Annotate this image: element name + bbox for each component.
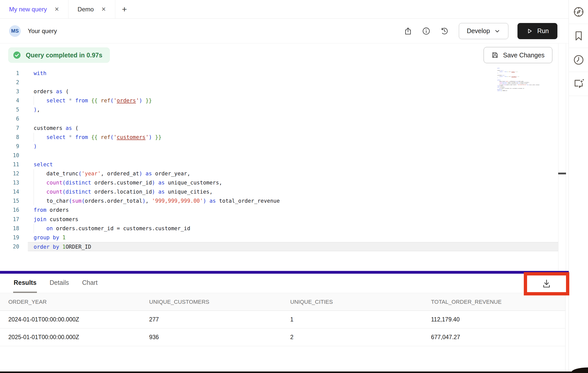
code-lines[interactable]: withorders as ( select * from {{ ref('or… <box>28 69 558 251</box>
results-table: ORDER_YEAR UNIQUE_CUSTOMERS UNIQUE_CITIE… <box>0 293 566 371</box>
tab-label: Demo <box>78 6 94 13</box>
annotation-highlight-box <box>524 272 569 295</box>
save-icon <box>491 52 499 59</box>
close-tab-icon[interactable]: ✕ <box>101 7 106 12</box>
share-icon[interactable] <box>404 27 412 35</box>
sidebar-item-explore[interactable] <box>569 0 588 24</box>
tab-bar: My new query ✕ Demo ✕ + <box>0 0 569 19</box>
query-status-banner: Query completed in 0.97s <box>8 48 110 63</box>
play-icon <box>526 28 533 35</box>
right-sidebar <box>569 0 588 373</box>
tab-chart[interactable]: Chart <box>82 274 98 293</box>
results-tab-bar: Results Details Chart <box>0 274 569 293</box>
table-cell: 112,179.40 <box>423 316 565 323</box>
status-row: Query completed in 0.97s Save Changes <box>0 47 569 64</box>
clock-icon <box>573 54 584 66</box>
minimap[interactable]: withorders as ( select * from {{ ref('or… <box>496 68 529 91</box>
bottom-window-edge <box>0 371 588 373</box>
sidebar-item-history[interactable] <box>569 48 588 72</box>
sidebar-item-ai-assistant[interactable] <box>569 72 588 96</box>
run-label: Run <box>537 27 549 35</box>
history-icon[interactable] <box>440 27 449 35</box>
panel-resize-bar[interactable] <box>0 271 569 274</box>
bookmark-icon <box>573 30 584 42</box>
check-circle-icon <box>13 51 21 59</box>
table-cell: 1 <box>282 316 423 323</box>
tab-label: My new query <box>9 6 47 13</box>
main-panel: My new query ✕ Demo ✕ + MS Your query De… <box>0 0 569 373</box>
column-header[interactable]: TOTAL_ORDER_REVENUE <box>423 299 565 305</box>
editor-scrollbar-handle[interactable] <box>558 173 566 174</box>
table-row[interactable]: 2024-01-01T00:00:00.000Z 277 1 112,179.4… <box>0 311 565 329</box>
gutter: 1234567891011121314151617181920 <box>0 69 19 251</box>
run-button[interactable]: Run <box>517 23 557 39</box>
add-tab-button[interactable]: + <box>115 0 133 18</box>
page-title: Your query <box>28 28 57 35</box>
info-icon[interactable] <box>422 27 431 35</box>
column-header[interactable]: UNIQUE_CITIES <box>282 299 423 305</box>
chat-sparkle-icon <box>573 78 584 90</box>
chevron-down-icon <box>494 28 501 34</box>
tab-results[interactable]: Results <box>13 274 37 293</box>
table-cell: 936 <box>141 334 282 341</box>
avatar: MS <box>9 25 21 37</box>
tab-my-new-query[interactable]: My new query ✕ <box>0 0 69 18</box>
table-cell: 277 <box>141 316 282 323</box>
table-row[interactable]: 2025-01-01T00:00:00.000Z 936 2 677,047.2… <box>0 329 565 346</box>
save-changes-label: Save Changes <box>503 52 545 59</box>
editor-scrollbar-track[interactable] <box>558 43 566 271</box>
sidebar-item-bookmarks[interactable] <box>569 24 588 48</box>
column-header[interactable]: ORDER_YEAR <box>0 299 141 305</box>
query-header: MS Your query Develop Run <box>0 19 569 43</box>
compass-icon <box>573 6 584 18</box>
close-tab-icon[interactable]: ✕ <box>54 7 59 12</box>
download-icon[interactable] <box>541 278 552 289</box>
table-cell: 677,047.27 <box>423 334 565 341</box>
column-header[interactable]: UNIQUE_CUSTOMERS <box>141 299 282 305</box>
table-header-row: ORDER_YEAR UNIQUE_CUSTOMERS UNIQUE_CITIE… <box>0 293 565 311</box>
status-message: Query completed in 0.97s <box>26 52 102 59</box>
develop-label: Develop <box>467 27 490 35</box>
tab-demo[interactable]: Demo ✕ <box>69 0 115 18</box>
tab-details[interactable]: Details <box>49 274 69 293</box>
develop-button[interactable]: Develop <box>459 23 508 39</box>
table-cell: 2 <box>282 334 423 341</box>
table-cell: 2024-01-01T00:00:00.000Z <box>0 316 141 323</box>
save-changes-button[interactable]: Save Changes <box>484 47 552 63</box>
table-cell: 2025-01-01T00:00:00.000Z <box>0 334 141 341</box>
